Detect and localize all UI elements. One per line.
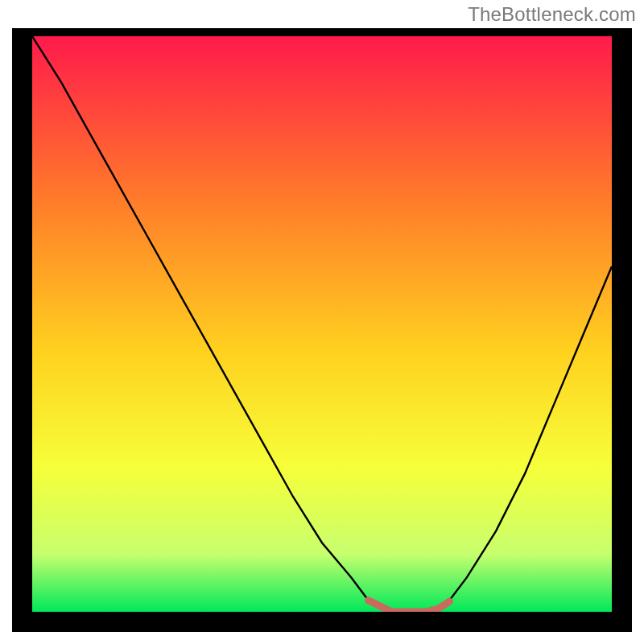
chart-svg	[32, 36, 612, 612]
gradient-background	[32, 36, 612, 612]
watermark-text: TheBottleneck.com	[468, 3, 636, 26]
plot-area	[32, 36, 612, 612]
chart-frame: TheBottleneck.com	[0, 0, 644, 644]
plot-border	[12, 28, 632, 632]
